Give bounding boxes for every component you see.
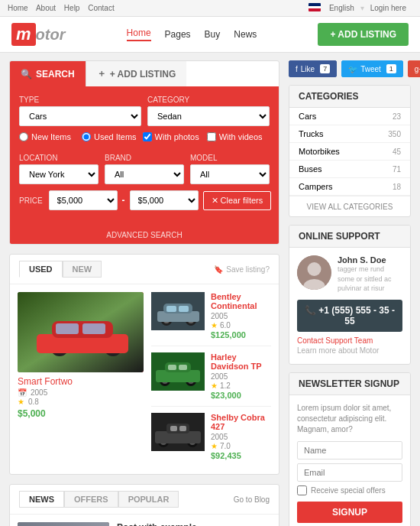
svg-rect-26 bbox=[179, 365, 187, 370]
newsletter-offers-checkbox[interactable]: Receive special offers bbox=[297, 485, 402, 495]
news-tab[interactable]: NEWS bbox=[19, 491, 64, 508]
category-name-motorbikes: Motorbikes bbox=[299, 147, 340, 156]
listings-header: USED NEW 🔖 Save listing? bbox=[10, 255, 279, 284]
svg-rect-35 bbox=[179, 426, 186, 431]
videos-input[interactable] bbox=[207, 132, 216, 141]
twitter-icon: 🐦 bbox=[348, 65, 357, 73]
car-name-2[interactable]: Harley Davidson TP bbox=[211, 352, 271, 371]
photos-label: With photos bbox=[155, 132, 199, 141]
topbar-contact[interactable]: Contact bbox=[88, 4, 114, 12]
featured-car-model[interactable]: Fortwo bbox=[44, 376, 73, 387]
car-year-1: 2005 bbox=[211, 312, 271, 320]
offers-checkbox-input[interactable] bbox=[297, 485, 307, 495]
news-title[interactable]: Post with example bbox=[117, 522, 271, 526]
location-select[interactable]: New York bbox=[19, 164, 99, 184]
featured-car: Smart Fortwo 📅 2005 ★ 0.8 $5,000 bbox=[18, 292, 144, 466]
listings-section: USED NEW 🔖 Save listing? bbox=[9, 254, 279, 475]
car-info-1: Bentley Continental 2005 ★ 6.0 $125,000 bbox=[211, 292, 271, 339]
social-row: f Like 7 🐦 Tweet 1 g+ 1 bbox=[289, 60, 411, 77]
model-select[interactable]: All bbox=[190, 164, 270, 184]
nav-buy[interactable]: Buy bbox=[205, 29, 221, 40]
newsletter-name-input[interactable] bbox=[297, 441, 402, 459]
featured-car-svg bbox=[18, 292, 144, 372]
photos-input[interactable] bbox=[143, 132, 152, 141]
photos-checkbox[interactable]: With photos bbox=[143, 132, 199, 141]
login-link[interactable]: Login here bbox=[370, 4, 406, 12]
go-to-blog-link[interactable]: Go to Blog bbox=[234, 495, 270, 504]
car-price-3: $92,435 bbox=[211, 451, 271, 460]
featured-car-make: Smart bbox=[18, 376, 42, 387]
category-cars[interactable]: Cars 23 bbox=[289, 108, 410, 125]
used-items-radio[interactable]: Used Items bbox=[82, 132, 137, 141]
nav-home[interactable]: Home bbox=[127, 28, 151, 41]
type-label: TYPE bbox=[19, 96, 141, 104]
car-name-1[interactable]: Bentley Continental bbox=[211, 292, 271, 310]
car-name-3[interactable]: Shelby Cobra 427 bbox=[211, 413, 271, 431]
newsletter-email-input[interactable] bbox=[297, 463, 402, 482]
view-all-link[interactable]: VIEW ALL CATEGORIES bbox=[307, 203, 393, 211]
news-header: NEWS OFFERS POPULAR Go to Blog bbox=[10, 485, 279, 515]
category-trucks[interactable]: Trucks 350 bbox=[289, 125, 410, 143]
contact-support-link[interactable]: Contact Support Team bbox=[297, 336, 402, 345]
save-hint: 🔖 Save listing? bbox=[214, 265, 270, 274]
svg-point-42 bbox=[308, 262, 321, 276]
price-to-select[interactable]: $5,000 bbox=[130, 190, 199, 210]
svg-rect-7 bbox=[56, 323, 79, 334]
header-add-listing-button[interactable]: + ADD LISTING bbox=[318, 23, 409, 46]
used-items-input[interactable] bbox=[82, 132, 91, 141]
news-section: NEWS OFFERS POPULAR Go to Blog bbox=[9, 484, 279, 526]
signup-button[interactable]: SIGNUP bbox=[297, 502, 402, 523]
add-listing-tab[interactable]: ＋ + ADD LISTING bbox=[86, 61, 187, 86]
nav-pages[interactable]: Pages bbox=[165, 29, 191, 40]
topbar-help[interactable]: Help bbox=[64, 4, 80, 12]
featured-rating-value: 0.8 bbox=[28, 398, 39, 406]
learn-more-link[interactable]: Learn more about Motor bbox=[297, 346, 402, 355]
new-items-input[interactable] bbox=[19, 132, 28, 141]
bookmark-icon: 🔖 bbox=[214, 265, 223, 274]
new-tab[interactable]: NEW bbox=[63, 261, 102, 278]
category-buses[interactable]: Buses 71 bbox=[289, 161, 410, 178]
twitter-button[interactable]: 🐦 Tweet 1 bbox=[341, 60, 403, 77]
car-thumbnail-3[interactable] bbox=[151, 413, 205, 451]
svg-rect-8 bbox=[82, 323, 105, 334]
popular-tab[interactable]: POPULAR bbox=[118, 491, 179, 508]
category-name-cars: Cars bbox=[299, 112, 316, 121]
used-items-label: Used Items bbox=[94, 132, 137, 141]
phone-number: +1 (555) 555 - 35 - 55 bbox=[318, 305, 395, 326]
category-select[interactable]: Sedan bbox=[147, 106, 270, 126]
new-items-radio[interactable]: New Items bbox=[19, 132, 71, 141]
topbar-home[interactable]: Home bbox=[8, 4, 28, 12]
used-tab[interactable]: USED bbox=[19, 261, 63, 278]
phone-button[interactable]: 📞 +1 (555) 555 - 35 - 55 bbox=[297, 300, 402, 332]
facebook-icon: f bbox=[296, 65, 298, 73]
topbar-about[interactable]: About bbox=[36, 4, 56, 12]
agent-avatar bbox=[297, 255, 331, 290]
newsletter-text: Lorem ipsum dolor sit amet, consectetur … bbox=[297, 403, 402, 435]
advanced-search-link[interactable]: ADVANCED SEARCH bbox=[106, 231, 182, 239]
facebook-button[interactable]: f Like 7 bbox=[289, 60, 337, 77]
search-tabs: 🔍 SEARCH ＋ + ADD LISTING bbox=[10, 61, 279, 86]
rating-value-2: 1.2 bbox=[220, 382, 231, 390]
language-label[interactable]: English bbox=[329, 4, 354, 12]
search-tab[interactable]: 🔍 SEARCH bbox=[10, 61, 86, 86]
googleplus-button[interactable]: g+ 1 bbox=[408, 60, 420, 77]
main-container: 🔍 SEARCH ＋ + ADD LISTING TYPE Cars bbox=[0, 53, 420, 526]
car-thumbnail-2[interactable] bbox=[151, 352, 205, 391]
category-campers[interactable]: Campers 18 bbox=[289, 178, 410, 196]
videos-checkbox[interactable]: With videos bbox=[207, 132, 263, 141]
brand-label: BRAND bbox=[105, 154, 184, 162]
type-select[interactable]: Cars bbox=[19, 106, 141, 126]
news-content: www.heritagechristiancollege.c... 11 Pos… bbox=[10, 515, 279, 526]
clear-filters-button[interactable]: ✕ Clear filters bbox=[203, 191, 272, 210]
left-column: 🔍 SEARCH ＋ + ADD LISTING TYPE Cars bbox=[9, 60, 279, 526]
news-img-svg bbox=[18, 522, 109, 526]
search-submit-button[interactable]: SEARCH bbox=[279, 191, 279, 209]
car-thumbnail-1[interactable] bbox=[151, 292, 205, 330]
offers-tab[interactable]: OFFERS bbox=[64, 491, 118, 508]
category-group: CATEGORY Sedan bbox=[147, 96, 270, 126]
category-name-campers: Campers bbox=[299, 182, 333, 191]
price-from-select[interactable]: $5,000 bbox=[49, 190, 118, 210]
brand-select[interactable]: All bbox=[105, 164, 184, 184]
nav-news[interactable]: News bbox=[234, 29, 257, 40]
category-motorbikes[interactable]: Motorbikes 45 bbox=[289, 143, 410, 161]
